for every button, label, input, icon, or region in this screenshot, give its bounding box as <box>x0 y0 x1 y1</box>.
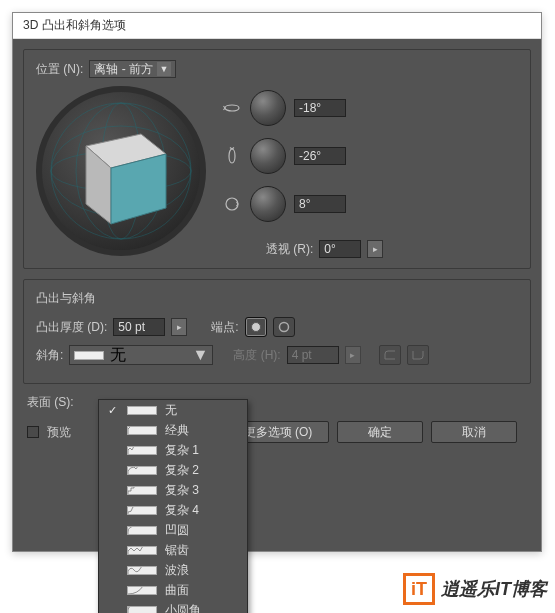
rotate-z-icon <box>222 194 242 214</box>
bevel-dropdown[interactable]: ✓无经典复杂 1复杂 2复杂 3复杂 4凹圆锯齿波浪曲面小圆角 <box>98 399 248 613</box>
preview-label: 预览 <box>47 424 71 441</box>
bevel-option[interactable]: 复杂 4 <box>99 500 247 520</box>
ok-button[interactable]: 确定 <box>337 421 423 443</box>
bevel-shape-icon <box>127 486 157 495</box>
cap-off-button[interactable] <box>273 317 295 337</box>
bevel-shape-icon <box>127 406 157 415</box>
chevron-down-icon: ▼ <box>157 62 171 76</box>
cap-hollow-icon <box>277 321 291 333</box>
cap-label: 端点: <box>211 319 238 336</box>
depth-step-button[interactable]: ▸ <box>171 318 187 336</box>
svg-point-8 <box>225 105 239 111</box>
position-panel: 位置 (N): 离轴 - 前方 ▼ <box>23 49 531 269</box>
bevel-shape-icon <box>127 606 157 614</box>
svg-point-10 <box>226 198 238 210</box>
rotate-x-icon <box>222 98 242 118</box>
bevel-shape-icon <box>127 586 157 595</box>
watermark-logo-icon: iT <box>403 573 435 605</box>
bevel-shape-icon <box>127 446 157 455</box>
position-value: 离轴 - 前方 <box>94 61 153 78</box>
bevel-option[interactable]: 锯齿 <box>99 540 247 560</box>
bevel-option[interactable]: 复杂 2 <box>99 460 247 480</box>
rotation-trackball[interactable] <box>36 86 206 256</box>
bevel-option-label: 经典 <box>165 422 189 439</box>
svg-point-9 <box>229 149 235 163</box>
bevel-out-button <box>407 345 429 365</box>
perspective-step-button[interactable]: ▸ <box>367 240 383 258</box>
bevel-option[interactable]: 波浪 <box>99 560 247 580</box>
bevel-option-label: 无 <box>165 402 177 419</box>
bevel-option[interactable]: ✓无 <box>99 400 247 420</box>
dialog-body: 位置 (N): 离轴 - 前方 ▼ <box>13 39 541 551</box>
bevel-option[interactable]: 复杂 1 <box>99 440 247 460</box>
chevron-down-icon: ▼ <box>193 346 209 364</box>
perspective-value[interactable]: 0° <box>319 240 361 258</box>
bevel-option-label: 锯齿 <box>165 542 189 559</box>
titlebar: 3D 凸出和斜角选项 <box>13 13 541 39</box>
rotate-z-value[interactable]: 8° <box>294 195 346 213</box>
dialog-window: 3D 凸出和斜角选项 位置 (N): 离轴 - 前方 ▼ <box>12 12 542 552</box>
cap-on-button[interactable] <box>245 317 267 337</box>
bevel-option-label: 波浪 <box>165 562 189 579</box>
rotation-knobs: -18° -26° <box>222 86 383 258</box>
bevel-option[interactable]: 凹圆 <box>99 520 247 540</box>
extrude-title: 凸出与斜角 <box>36 290 518 307</box>
bevel-option[interactable]: 小圆角 <box>99 600 247 613</box>
bevel-shape-icon <box>127 426 157 435</box>
rotate-x-dial[interactable] <box>250 90 286 126</box>
height-input: 4 pt <box>287 346 339 364</box>
height-label: 高度 (H): <box>233 347 280 364</box>
bevel-option-label: 复杂 4 <box>165 502 199 519</box>
perspective-label: 透视 (R): <box>266 241 313 258</box>
bevel-shape-icon <box>127 466 157 475</box>
bevel-in-button <box>379 345 401 365</box>
check-icon: ✓ <box>105 404 119 417</box>
bevel-option-label: 凹圆 <box>165 522 189 539</box>
watermark-text: 逍遥乐IT博客 <box>441 577 547 601</box>
bevel-option[interactable]: 复杂 3 <box>99 480 247 500</box>
bevel-select[interactable]: 无 ▼ <box>69 345 213 365</box>
position-label: 位置 (N): <box>36 61 83 78</box>
bevel-swatch-icon <box>74 351 104 360</box>
bevel-option-label: 曲面 <box>165 582 189 599</box>
bevel-shape-icon <box>127 546 157 555</box>
rotate-z-dial[interactable] <box>250 186 286 222</box>
depth-label: 凸出厚度 (D): <box>36 319 107 336</box>
cancel-button[interactable]: 取消 <box>431 421 517 443</box>
rotate-y-value[interactable]: -26° <box>294 147 346 165</box>
depth-input[interactable]: 50 pt <box>113 318 165 336</box>
watermark: iT 逍遥乐IT博客 <box>403 573 547 605</box>
surface-label: 表面 (S): <box>27 394 74 411</box>
cap-solid-icon <box>249 321 263 333</box>
rotate-y-dial[interactable] <box>250 138 286 174</box>
height-step-button: ▸ <box>345 346 361 364</box>
bevel-option-label: 复杂 1 <box>165 442 199 459</box>
rotate-x-value[interactable]: -18° <box>294 99 346 117</box>
bevel-option[interactable]: 经典 <box>99 420 247 440</box>
svg-point-12 <box>279 323 288 332</box>
svg-rect-13 <box>128 406 156 415</box>
bevel-option-label: 复杂 3 <box>165 482 199 499</box>
position-select[interactable]: 离轴 - 前方 ▼ <box>89 60 176 78</box>
bevel-shape-icon <box>127 526 157 535</box>
bevel-shape-icon <box>127 506 157 515</box>
bevel-option[interactable]: 曲面 <box>99 580 247 600</box>
bevel-option-label: 小圆角 <box>165 602 201 614</box>
extrude-panel: 凸出与斜角 凸出厚度 (D): 50 pt ▸ 端点: 斜角: 无 <box>23 279 531 384</box>
bevel-option-label: 复杂 2 <box>165 462 199 479</box>
cube-preview-icon <box>46 96 196 246</box>
svg-point-11 <box>251 323 260 332</box>
bevel-shape-icon <box>127 566 157 575</box>
bevel-label: 斜角: <box>36 347 63 364</box>
dialog-title: 3D 凸出和斜角选项 <box>23 18 126 32</box>
preview-checkbox[interactable] <box>27 426 39 438</box>
rotate-y-icon <box>222 146 242 166</box>
bevel-value: 无 <box>110 345 126 366</box>
